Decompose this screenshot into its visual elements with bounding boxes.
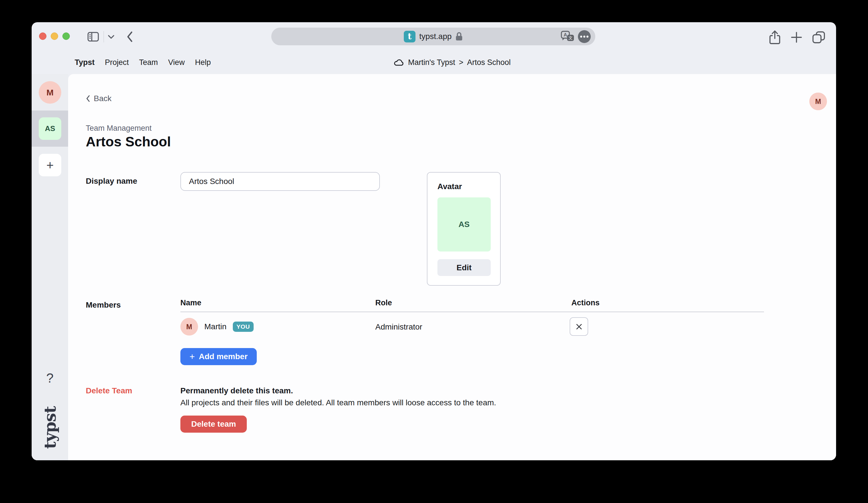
delete-team-section-label: Delete Team — [86, 386, 132, 395]
chevron-down-icon[interactable] — [107, 34, 115, 40]
close-window-button[interactable] — [39, 32, 46, 40]
edit-avatar-button[interactable]: Edit — [437, 259, 491, 276]
display-name-input[interactable] — [180, 172, 380, 191]
window-controls — [39, 32, 70, 40]
page-title: Artos School — [86, 134, 171, 149]
menu-project[interactable]: Project — [105, 58, 129, 67]
url-host: typst.app — [419, 32, 452, 41]
back-link-label: Back — [94, 94, 111, 103]
team-avatar-preview: AS — [437, 197, 491, 251]
address-bar[interactable]: t typst.app A 文 — [271, 28, 595, 45]
display-name-label: Display name — [86, 177, 137, 186]
remove-member-button[interactable] — [570, 317, 588, 336]
workspace-sidebar: M AS + ? typst — [32, 74, 68, 460]
menu-typst[interactable]: Typst — [75, 58, 95, 67]
sidebar-selected-strip: AS — [32, 111, 68, 147]
sidebar-team-avatar[interactable]: AS — [39, 117, 61, 140]
avatar-card-title: Avatar — [437, 182, 490, 191]
column-header-actions: Actions — [571, 298, 600, 307]
tab-overview-button[interactable] — [812, 31, 826, 44]
sidebar-add-team-button[interactable]: + — [39, 154, 61, 176]
add-member-button[interactable]: + Add member — [180, 348, 257, 365]
delete-team-description: All projects and their files will be del… — [180, 398, 496, 407]
avatar-card: Avatar AS Edit — [427, 172, 501, 286]
close-icon — [575, 323, 583, 331]
section-eyebrow: Team Management — [86, 124, 152, 133]
menu-view[interactable]: View — [168, 58, 185, 67]
members-table-header: Name Role Actions — [180, 298, 764, 312]
add-member-label: Add member — [199, 352, 248, 361]
browser-toolbar: t typst.app A 文 — [32, 22, 836, 51]
page-settings-button[interactable] — [578, 30, 591, 43]
members-label: Members — [86, 301, 121, 310]
sidebar-user-avatar[interactable]: M — [39, 81, 61, 104]
breadcrumb-separator: > — [459, 58, 463, 67]
cloud-icon — [394, 59, 404, 67]
toolbar-divider — [103, 31, 104, 42]
back-navigation-button[interactable] — [126, 30, 134, 44]
column-header-role: Role — [375, 298, 392, 307]
menu-team[interactable]: Team — [139, 58, 158, 67]
app-menu-bar: Martin's Typst > Artos School Typst Proj… — [32, 51, 836, 74]
share-button[interactable] — [768, 30, 781, 45]
member-avatar: M — [180, 318, 198, 336]
member-name: Martin — [204, 322, 227, 331]
you-badge: YOU — [233, 322, 254, 332]
browser-window: t typst.app A 文 — [32, 22, 836, 460]
member-role: Administrator — [375, 322, 422, 332]
chevron-left-icon — [86, 95, 90, 103]
delete-team-warning: Permanently delete this team. — [180, 386, 293, 395]
minimize-window-button[interactable] — [51, 32, 58, 40]
account-avatar[interactable]: M — [809, 93, 827, 110]
site-favicon: t — [404, 31, 415, 42]
breadcrumb-workspace[interactable]: Martin's Typst — [408, 58, 455, 67]
new-tab-button[interactable] — [790, 31, 803, 44]
menu-help[interactable]: Help — [195, 58, 211, 67]
typst-logo: typst — [32, 404, 68, 451]
translate-icon[interactable]: A 文 — [560, 30, 575, 43]
svg-text:A: A — [564, 32, 567, 38]
team-management-page: Back M Team Management Artos School Disp… — [68, 74, 836, 460]
svg-text:文: 文 — [568, 35, 573, 40]
breadcrumb-page[interactable]: Artos School — [467, 58, 511, 67]
column-header-name: Name — [180, 298, 202, 307]
plus-icon: + — [189, 352, 195, 362]
members-table: Name Role Actions M Martin YOU Administr… — [180, 298, 764, 344]
zoom-window-button[interactable] — [62, 32, 70, 40]
delete-team-button[interactable]: Delete team — [180, 416, 247, 433]
lock-icon — [455, 32, 463, 41]
sidebar-toggle-icon[interactable] — [87, 31, 100, 43]
help-icon[interactable]: ? — [32, 370, 68, 386]
table-row: M Martin YOU Administrator — [180, 312, 764, 344]
back-link[interactable]: Back — [86, 94, 111, 103]
